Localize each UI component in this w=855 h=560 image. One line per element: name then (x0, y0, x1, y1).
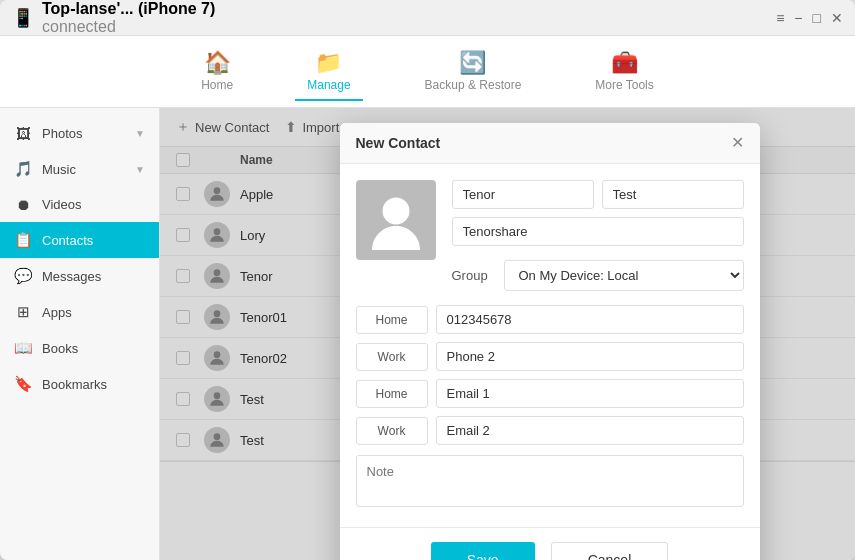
phone-email-fields: Home Work Home Work (356, 305, 744, 511)
chevron-down-icon: ▼ (135, 128, 145, 139)
messages-icon: 💬 (14, 267, 32, 285)
minimize-button[interactable]: − (794, 11, 802, 25)
dialog-top-row: Group On My Device: Local (356, 180, 744, 291)
dialog-footer: Save Cancel (340, 527, 760, 560)
phone-type-home[interactable]: Home (356, 305, 428, 333)
sidebar-item-photos[interactable]: 🖼 Photos ▼ (0, 116, 159, 151)
new-contact-dialog: New Contact ✕ (340, 123, 760, 560)
dialog-title: New Contact (356, 135, 441, 151)
group-row: Group On My Device: Local (452, 260, 744, 291)
sidebar-videos-label: Videos (42, 197, 82, 212)
email-value-work[interactable] (436, 416, 744, 445)
phone-value-home[interactable] (436, 305, 744, 334)
chevron-down-icon: ▼ (135, 164, 145, 175)
dialog-header: New Contact ✕ (340, 123, 760, 164)
device-name: Top-lanse'... (iPhone 7) (42, 0, 215, 18)
sidebar-apps-label: Apps (42, 305, 72, 320)
app-window: 📱 Top-lanse'... (iPhone 7) connected ≡ −… (0, 0, 855, 560)
videos-icon: ⏺ (14, 196, 32, 213)
group-label: Group (452, 268, 496, 283)
main-content: 🖼 Photos ▼ 🎵 Music ▼ ⏺ Videos 📋 Contacts… (0, 108, 855, 560)
sidebar-music-label: Music (42, 162, 76, 177)
phone-field-work: Work (356, 342, 744, 371)
sidebar-item-books[interactable]: 📖 Books (0, 330, 159, 366)
nav-tools-label: More Tools (595, 78, 653, 92)
note-input[interactable] (356, 455, 744, 507)
email-type-work[interactable]: Work (356, 416, 428, 444)
bookmarks-icon: 🔖 (14, 375, 32, 393)
contact-list-area: ＋ New Contact ⬆ Import Name (160, 108, 855, 560)
sidebar-bookmarks-label: Bookmarks (42, 377, 107, 392)
nav-home-label: Home (201, 78, 233, 92)
dialog-body: Group On My Device: Local Home (340, 164, 760, 527)
sidebar-item-videos[interactable]: ⏺ Videos (0, 187, 159, 222)
nav-more-tools[interactable]: 🧰 More Tools (583, 44, 665, 100)
name-fields: Group On My Device: Local (452, 180, 744, 291)
sidebar-item-messages[interactable]: 💬 Messages (0, 258, 159, 294)
nav-manage[interactable]: 📁 Manage (295, 44, 362, 100)
nav-manage-label: Manage (307, 78, 350, 92)
sidebar-item-contacts[interactable]: 📋 Contacts (0, 222, 159, 258)
nav-home[interactable]: 🏠 Home (189, 44, 245, 100)
sidebar: 🖼 Photos ▼ 🎵 Music ▼ ⏺ Videos 📋 Contacts… (0, 108, 160, 560)
sidebar-contacts-label: Contacts (42, 233, 93, 248)
contact-avatar-placeholder (356, 180, 436, 260)
device-info-area: 📱 Top-lanse'... (iPhone 7) connected (12, 0, 776, 36)
phone-value-work[interactable] (436, 342, 744, 371)
last-name-input[interactable] (602, 180, 744, 209)
email-field-work: Work (356, 416, 744, 445)
nav-backup-label: Backup & Restore (425, 78, 522, 92)
contacts-icon: 📋 (14, 231, 32, 249)
music-icon: 🎵 (14, 160, 32, 178)
email-type-home[interactable]: Home (356, 379, 428, 407)
sidebar-item-music[interactable]: 🎵 Music ▼ (0, 151, 159, 187)
sidebar-item-apps[interactable]: ⊞ Apps (0, 294, 159, 330)
device-text: Top-lanse'... (iPhone 7) connected (42, 0, 215, 36)
device-icon: 📱 (12, 7, 34, 29)
group-select[interactable]: On My Device: Local (504, 260, 744, 291)
backup-icon: 🔄 (459, 52, 486, 74)
note-row (356, 455, 744, 511)
manage-icon: 📁 (315, 52, 342, 74)
maximize-button[interactable]: □ (813, 11, 821, 25)
tools-icon: 🧰 (611, 52, 638, 74)
sidebar-item-bookmarks[interactable]: 🔖 Bookmarks (0, 366, 159, 402)
nav-backup-restore[interactable]: 🔄 Backup & Restore (413, 44, 534, 100)
close-window-button[interactable]: ✕ (831, 11, 843, 25)
home-icon: 🏠 (204, 52, 231, 74)
close-dialog-button[interactable]: ✕ (731, 135, 744, 151)
menu-button[interactable]: ≡ (776, 11, 784, 25)
device-status: connected (42, 18, 215, 36)
svg-point-7 (382, 197, 409, 224)
top-nav: 🏠 Home 📁 Manage 🔄 Backup & Restore 🧰 Mor… (0, 36, 855, 108)
email-value-home[interactable] (436, 379, 744, 408)
sidebar-books-label: Books (42, 341, 78, 356)
window-controls: ≡ − □ ✕ (776, 11, 843, 25)
photos-icon: 🖼 (14, 125, 32, 142)
first-name-input[interactable] (452, 180, 594, 209)
company-input[interactable] (452, 217, 744, 246)
sidebar-photos-label: Photos (42, 126, 82, 141)
phone-field-home: Home (356, 305, 744, 334)
sidebar-messages-label: Messages (42, 269, 101, 284)
first-last-name-row (452, 180, 744, 209)
save-button[interactable]: Save (431, 542, 535, 560)
title-bar: 📱 Top-lanse'... (iPhone 7) connected ≡ −… (0, 0, 855, 36)
cancel-button[interactable]: Cancel (551, 542, 669, 560)
apps-icon: ⊞ (14, 303, 32, 321)
phone-type-work[interactable]: Work (356, 342, 428, 370)
books-icon: 📖 (14, 339, 32, 357)
email-field-home: Home (356, 379, 744, 408)
